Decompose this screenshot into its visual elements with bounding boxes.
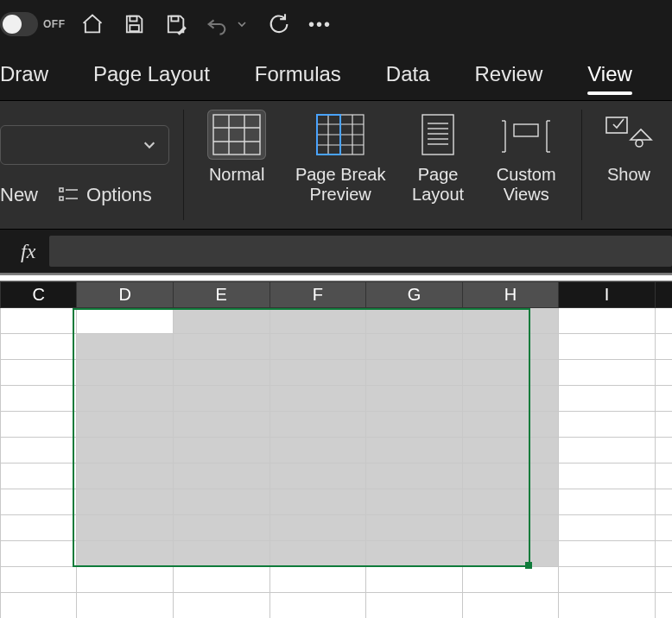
grid-row[interactable] — [1, 489, 673, 515]
cell[interactable] — [462, 593, 559, 619]
refresh-icon[interactable] — [264, 9, 294, 39]
cell[interactable] — [269, 515, 366, 541]
fx-icon[interactable]: fx — [21, 240, 35, 263]
tab-view[interactable]: View — [587, 62, 632, 86]
grid-row[interactable] — [1, 438, 673, 464]
cell[interactable] — [77, 308, 174, 334]
cell[interactable] — [1, 386, 77, 412]
cell[interactable] — [269, 567, 366, 593]
cell[interactable] — [269, 541, 366, 567]
cell[interactable] — [1, 593, 77, 619]
normal-view-button[interactable]: Normal — [196, 110, 277, 185]
grid-row[interactable] — [1, 360, 673, 386]
grid-row[interactable] — [1, 412, 673, 438]
grid-row[interactable] — [1, 386, 673, 412]
cell[interactable] — [366, 541, 463, 567]
cell[interactable] — [462, 334, 559, 360]
grid-row[interactable] — [1, 541, 673, 567]
grid-row[interactable] — [1, 334, 673, 360]
cell[interactable] — [269, 412, 366, 438]
cell[interactable] — [366, 308, 463, 334]
cell[interactable] — [174, 308, 270, 334]
cell[interactable] — [462, 412, 559, 438]
cell[interactable] — [559, 412, 656, 438]
cell[interactable] — [462, 541, 559, 567]
tab-draw[interactable]: Draw — [0, 62, 48, 86]
undo-dropdown-caret-icon[interactable] — [237, 19, 247, 29]
cell[interactable] — [77, 360, 174, 386]
cell[interactable] — [269, 489, 366, 515]
column-header-row[interactable]: C D E F G H I J — [1, 282, 673, 308]
tab-data[interactable]: Data — [386, 62, 430, 86]
cell[interactable] — [1, 360, 77, 386]
col-header[interactable]: G — [366, 282, 463, 308]
cell[interactable] — [269, 386, 366, 412]
cell[interactable] — [1, 541, 77, 567]
more-commands-icon[interactable]: ••• — [306, 9, 335, 39]
col-header[interactable]: J — [655, 282, 672, 308]
cell[interactable] — [174, 567, 270, 593]
cell[interactable] — [462, 360, 559, 386]
cell[interactable] — [174, 464, 270, 489]
col-header[interactable]: F — [269, 282, 366, 308]
cell[interactable] — [269, 464, 366, 489]
grid-row[interactable] — [1, 593, 673, 619]
cell[interactable] — [366, 412, 463, 438]
cell[interactable] — [269, 593, 366, 619]
col-header[interactable]: C — [1, 282, 77, 308]
cell[interactable] — [269, 334, 366, 360]
cell[interactable] — [559, 438, 656, 464]
cell[interactable] — [77, 567, 174, 593]
tab-formulas[interactable]: Formulas — [255, 62, 341, 86]
col-header[interactable]: H — [462, 282, 559, 308]
autosave-toggle[interactable]: OFF — [0, 12, 66, 36]
cell[interactable] — [77, 541, 174, 567]
cell[interactable] — [462, 489, 559, 515]
cell[interactable] — [77, 412, 174, 438]
cell[interactable] — [559, 489, 656, 515]
custom-views-button[interactable]: Custom Views — [488, 110, 564, 205]
cell[interactable] — [655, 489, 672, 515]
cell[interactable] — [559, 515, 656, 541]
cell[interactable] — [269, 308, 366, 334]
cell[interactable] — [174, 541, 270, 567]
cell[interactable] — [366, 489, 463, 515]
cell[interactable] — [559, 567, 656, 593]
cell[interactable] — [559, 386, 656, 412]
cell[interactable] — [77, 515, 174, 541]
cell[interactable] — [559, 308, 656, 334]
col-header[interactable]: E — [174, 282, 270, 308]
cell[interactable] — [655, 438, 672, 464]
grid-row[interactable] — [1, 567, 673, 593]
cell[interactable] — [462, 308, 559, 334]
page-break-preview-button[interactable]: Page Break Preview — [293, 110, 388, 205]
tab-review[interactable]: Review — [475, 62, 543, 86]
cell[interactable] — [366, 515, 463, 541]
formula-input[interactable] — [49, 236, 672, 267]
cell[interactable] — [77, 386, 174, 412]
cell[interactable] — [1, 489, 77, 515]
cell[interactable] — [559, 360, 656, 386]
undo-icon[interactable] — [202, 9, 231, 39]
cell[interactable] — [1, 567, 77, 593]
cell[interactable] — [366, 593, 463, 619]
cell[interactable] — [462, 438, 559, 464]
tab-page-layout[interactable]: Page Layout — [93, 62, 210, 86]
sheet-view-options-button[interactable]: Options — [59, 184, 152, 206]
cell[interactable] — [77, 438, 174, 464]
cell[interactable] — [77, 593, 174, 619]
cell[interactable] — [1, 334, 77, 360]
cell[interactable] — [174, 438, 270, 464]
cell[interactable] — [174, 386, 270, 412]
cell[interactable] — [462, 386, 559, 412]
cell[interactable] — [462, 515, 559, 541]
cell[interactable] — [655, 308, 672, 334]
cell[interactable] — [655, 567, 672, 593]
cell[interactable] — [77, 464, 174, 489]
cell[interactable] — [1, 515, 77, 541]
cell[interactable] — [174, 593, 270, 619]
grid-row[interactable] — [1, 464, 673, 489]
cell[interactable] — [462, 464, 559, 489]
cell[interactable] — [559, 334, 656, 360]
cell[interactable] — [269, 360, 366, 386]
